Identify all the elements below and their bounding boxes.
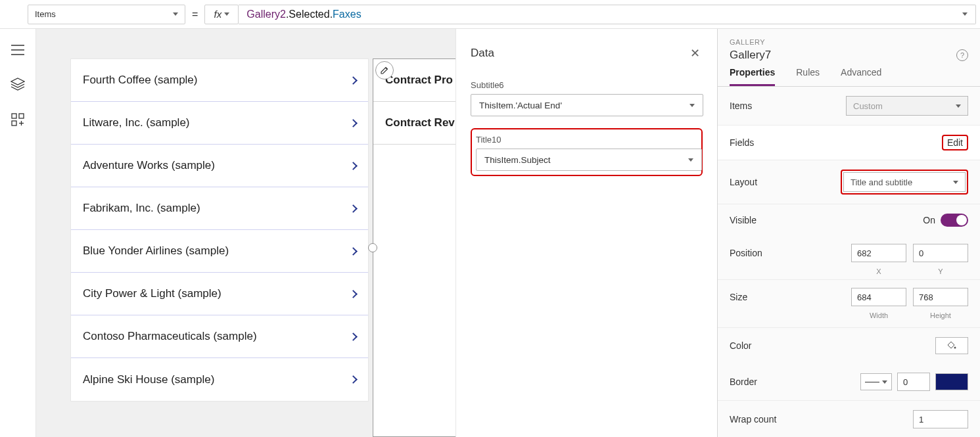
prop-label: Position: [730, 244, 762, 258]
equals-sign: =: [192, 9, 198, 20]
size-width-input[interactable]: [851, 288, 906, 306]
control-name: Gallery7: [730, 49, 771, 62]
selection-handle[interactable]: [368, 243, 377, 252]
chevron-down-icon: [173, 12, 178, 16]
fx-icon: fx: [214, 9, 222, 20]
left-gallery[interactable]: Fourth Coffee (sample) Litware, Inc. (sa…: [70, 58, 369, 402]
control-type: GALLERY: [730, 38, 968, 46]
property-selector-value: Items: [35, 9, 56, 19]
prop-label: Layout: [730, 177, 757, 187]
visible-toggle[interactable]: [941, 214, 968, 227]
chevron-down-icon: [688, 158, 693, 162]
data-field-value: ThisItem.'Actual End': [479, 101, 562, 110]
list-item[interactable]: Fabrikam, Inc. (sample): [71, 187, 368, 230]
data-field-dropdown[interactable]: ThisItem.'Actual End': [471, 94, 703, 116]
prop-label: Size: [730, 288, 747, 302]
sub-label: Y: [913, 267, 968, 275]
data-panel-title: Data: [471, 47, 494, 60]
list-item-label: City Power & Light (sample): [83, 287, 222, 300]
position-x-input[interactable]: [851, 244, 906, 262]
prop-row-position: Position X Y: [718, 236, 980, 280]
chevron-down-icon: [956, 104, 961, 108]
prop-label: Color: [730, 340, 751, 351]
prop-row-fields: Fields Edit: [718, 126, 980, 160]
pencil-icon: [380, 66, 389, 75]
highlight-annotation: Title and subtitle: [841, 170, 968, 195]
chevron-right-icon: [349, 76, 358, 85]
chevron-down-icon: [953, 181, 958, 184]
tab-rules[interactable]: Rules: [796, 67, 820, 86]
list-item[interactable]: City Power & Light (sample): [71, 273, 368, 315]
sub-label: X: [851, 267, 906, 275]
chevron-right-icon: [349, 204, 358, 213]
color-swatch[interactable]: [935, 337, 968, 354]
list-item[interactable]: Blue Yonder Airlines (sample): [71, 230, 368, 273]
help-icon[interactable]: ?: [956, 49, 968, 61]
data-field-value: ThisItem.Subject: [484, 155, 551, 165]
properties-panel: GALLERY Gallery7 ? Properties Rules Adva…: [717, 29, 980, 437]
prop-label: Items: [730, 101, 752, 111]
toggle-state: On: [923, 215, 935, 225]
highlight-annotation: Title10 ThisItem.Subject: [471, 128, 703, 176]
position-y-input[interactable]: [913, 244, 968, 262]
prop-label: Wrap count: [730, 414, 776, 425]
chevron-right-icon: [349, 162, 358, 170]
svg-rect-1: [19, 114, 24, 118]
prop-row-color: Color: [718, 328, 980, 363]
size-height-input[interactable]: [913, 288, 968, 306]
list-item-label: Fabrikam, Inc. (sample): [83, 202, 200, 215]
prop-label: Border: [730, 377, 757, 387]
list-item[interactable]: Fourth Coffee (sample): [71, 59, 368, 102]
chevron-right-icon: [349, 247, 358, 256]
border-style-dropdown[interactable]: [860, 373, 892, 390]
sub-label: Width: [851, 311, 906, 319]
list-item-label: Alpine Ski House (sample): [83, 373, 214, 386]
chevron-down-icon: [224, 12, 229, 16]
border-color-swatch[interactable]: [935, 373, 968, 390]
hamburger-icon[interactable]: [11, 45, 24, 55]
data-field-label: Title10: [476, 135, 697, 145]
property-selector-dropdown[interactable]: Items: [28, 5, 185, 24]
formula-text: Gallery2.Selected.Faxes: [246, 9, 361, 20]
tab-advanced[interactable]: Advanced: [841, 67, 881, 86]
items-dropdown[interactable]: Custom: [846, 96, 968, 116]
list-item-label: Adventure Works (sample): [83, 159, 215, 172]
chevron-down-icon: [689, 104, 695, 107]
sub-label: Height: [913, 311, 968, 319]
list-item-label: Contoso Pharmaceuticals (sample): [83, 330, 257, 343]
prop-row-wrap-count: Wrap count: [718, 401, 980, 437]
fx-button[interactable]: fx: [204, 5, 239, 24]
close-button[interactable]: ✕: [688, 43, 703, 63]
fields-edit-link[interactable]: Edit: [947, 137, 963, 148]
prop-row-border: Border: [718, 363, 980, 401]
layers-icon[interactable]: [11, 78, 25, 91]
list-item-label: Blue Yonder Airlines (sample): [83, 244, 229, 258]
highlight-annotation: Edit: [942, 135, 968, 150]
dropdown-value: Title and subtitle: [851, 177, 912, 187]
edit-template-button[interactable]: [375, 61, 394, 80]
svg-point-5: [954, 347, 956, 349]
list-item-label: Contract Pro: [385, 74, 453, 87]
formula-bar: Items = fx Gallery2.Selected.Faxes: [0, 0, 980, 29]
list-item[interactable]: Contoso Pharmaceuticals (sample): [71, 315, 368, 358]
chevron-down-icon: [882, 380, 887, 384]
tab-properties[interactable]: Properties: [730, 67, 775, 86]
wrap-count-input[interactable]: [913, 410, 968, 428]
components-icon[interactable]: [11, 113, 24, 126]
left-rail: [0, 29, 36, 437]
formula-input[interactable]: Gallery2.Selected.Faxes: [239, 5, 976, 24]
data-field-dropdown[interactable]: ThisItem.Subject: [476, 149, 702, 171]
prop-label: Fields: [730, 137, 754, 148]
prop-row-visible: Visible On: [718, 204, 980, 236]
list-item-label: Fourth Coffee (sample): [83, 74, 197, 87]
prop-row-layout: Layout Title and subtitle: [718, 160, 980, 204]
list-item[interactable]: Adventure Works (sample): [71, 145, 368, 187]
prop-label: Visible: [730, 215, 757, 225]
list-item[interactable]: Litware, Inc. (sample): [71, 102, 368, 145]
svg-rect-0: [12, 114, 16, 118]
chevron-right-icon: [349, 119, 358, 127]
list-item[interactable]: Alpine Ski House (sample): [71, 358, 368, 401]
border-width-input[interactable]: [897, 373, 930, 391]
layout-dropdown[interactable]: Title and subtitle: [843, 172, 966, 192]
fill-icon: [947, 341, 956, 350]
